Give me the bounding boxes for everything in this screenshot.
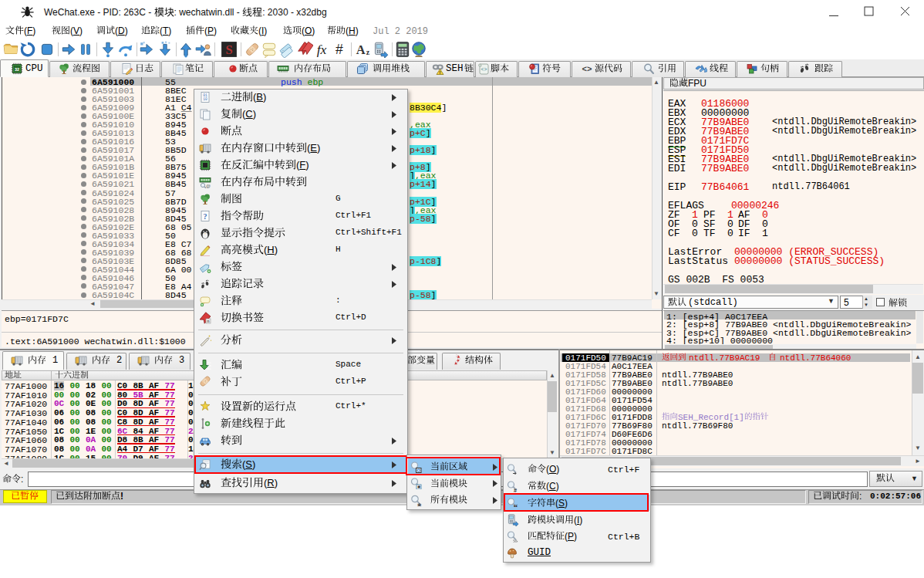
svg-text:01: 01 — [207, 367, 211, 370]
svg-text:<>: <> — [582, 64, 592, 73]
svg-text:✱: ✱ — [417, 502, 422, 506]
svg-text:<>: <> — [481, 67, 487, 73]
svg-text:A: A — [356, 42, 366, 57]
svg-text:!: ! — [440, 70, 441, 75]
svg-text:10: 10 — [203, 97, 207, 101]
svg-text:S: S — [225, 42, 232, 57]
svg-text:✱: ✱ — [417, 485, 421, 489]
svg-text:#: # — [514, 487, 518, 493]
svg-text:z: z — [366, 48, 370, 56]
svg-text:fx: fx — [317, 42, 327, 57]
svg-text:n: n — [207, 319, 209, 324]
svg-text:?: ? — [204, 212, 207, 221]
svg-text:@: @ — [206, 184, 211, 188]
svg-text:#: # — [336, 42, 343, 57]
svg-text:32: 32 — [15, 67, 19, 72]
